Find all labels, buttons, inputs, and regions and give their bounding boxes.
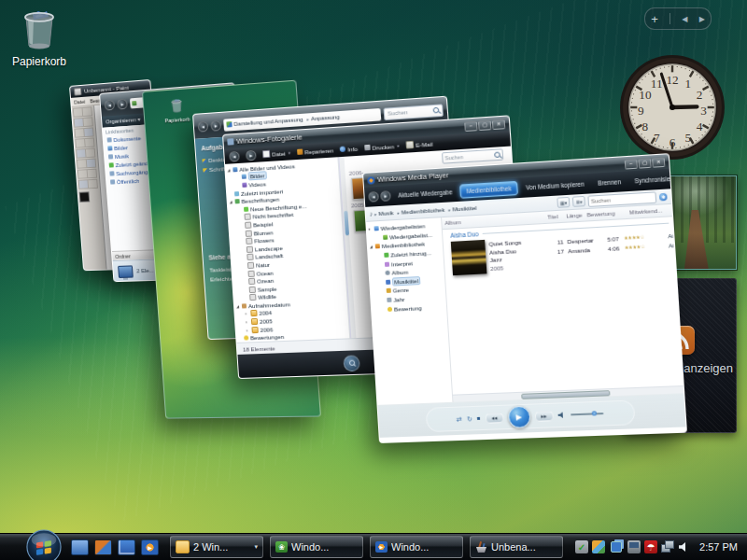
layout-options-icon[interactable]: ▦▾ [557,197,570,208]
media-player-window[interactable]: Windows Media Player – ▢ ✕ ◀ ▶ Aktuelle … [362,153,687,443]
tab[interactable]: Aktuelle Wiedergabe [392,186,458,202]
window-title: Windows-Fotogalerie [236,133,303,146]
next-button[interactable]: ▶▶ [534,410,553,421]
tree-item-icon [386,280,390,285]
forward-button[interactable]: ▶ [117,98,128,109]
toolbar-button[interactable]: E-Mail [405,139,432,148]
svg-text:5: 5 [684,131,691,145]
tab[interactable]: Medienbibliothek [459,181,518,199]
tree-item-icon [387,288,391,293]
zoom-button[interactable] [343,355,360,371]
tree-item-icon [245,221,251,228]
start-button[interactable] [26,529,62,560]
search-box[interactable]: Suchen [383,104,443,120]
quick-launch-icon[interactable] [141,539,159,555]
tree-item-icon [242,175,247,179]
shuffle-icon[interactable]: ⇄ [457,415,462,422]
previous-button[interactable]: ◀◀ [485,412,503,423]
album-art[interactable] [451,240,487,275]
stop-button[interactable]: ■ [477,415,481,421]
tab[interactable]: Von Medium kopieren [519,177,590,194]
details-text: 2 Ele... [136,268,154,274]
maximize-button[interactable]: ▢ [638,158,651,168]
forward-button[interactable]: ▶ [210,119,221,131]
organize-button[interactable]: Organisieren ▾ [106,117,141,125]
play-button[interactable]: ▶ [507,405,530,427]
menu-item[interactable]: Datei [74,98,86,105]
breadcrumb-item[interactable]: Musik [378,209,394,217]
mute-icon[interactable] [557,412,566,418]
forward-button[interactable]: ▶ [380,190,391,202]
breadcrumb-item[interactable]: Darstellung und Anpassung [233,117,303,127]
view-options-icon[interactable]: ≣▾ [572,196,585,207]
svg-text:7: 7 [654,131,660,145]
clock-gadget[interactable]: 1212 345 678 91011 [619,54,726,164]
tree-item-icon [384,253,388,258]
quick-launch-icon[interactable] [94,539,112,555]
tray-icon[interactable] [575,540,588,553]
color-swatch[interactable] [79,191,91,203]
forward-button[interactable]: ▶ [246,149,257,161]
volume-slider[interactable] [571,413,603,415]
album-year: 2005 [490,263,523,273]
task-icon [203,168,207,173]
breadcrumb-item[interactable]: Medienbibliothek [395,206,444,216]
next-page-button[interactable]: ▶ [699,15,705,23]
column-header[interactable]: Mitwirkend... [627,207,669,216]
toolbar-button[interactable]: Reparieren [297,147,334,156]
column-header[interactable]: Länge [557,212,582,219]
tree-item-icon [246,238,252,245]
tree-item-icon [249,286,256,292]
control-panel-icon [226,121,232,127]
tray-icon[interactable] [679,541,690,553]
tree-item-icon [251,318,258,325]
taskbar-window-button[interactable]: Unbena... ▾ [470,536,563,558]
taskbar-window-button[interactable]: 2 Win... ▾ [170,536,263,558]
toolbar-button[interactable]: Info [340,145,358,152]
rating-stars[interactable]: ★★★★☆ [619,232,666,241]
search-input[interactable] [587,191,656,207]
music-note-icon: ♪ [369,210,376,217]
tab[interactable]: Brennen [592,175,627,190]
toolbar-button[interactable]: Drucken [364,142,400,151]
back-button[interactable]: ◀ [229,150,240,161]
recycle-bin[interactable]: Papierkorb [11,6,67,68]
tray-icon[interactable] [592,540,605,553]
breadcrumb-item[interactable]: Musiktitel [446,204,477,213]
search-placeholder: Suchen [444,154,463,161]
quick-launch-icon[interactable] [118,539,135,555]
tray-icon[interactable] [627,540,641,553]
taskbar-window-button[interactable]: Windo... ▾ [270,536,363,558]
group-dropdown-chevron[interactable]: ▾ [254,543,258,551]
back-button[interactable]: ◀ [198,120,209,132]
close-button[interactable]: ✕ [492,119,506,129]
blue-asterisk-icon[interactable]: ✱ [659,192,668,201]
tray-icon[interactable] [644,540,657,553]
quick-launch-icon[interactable] [71,539,89,555]
analog-clock-icon: 1212 345 678 91011 [619,54,726,161]
back-button[interactable]: ◀ [104,99,115,110]
previous-page-button[interactable]: ◀ [682,15,687,23]
back-button[interactable]: ◀ [368,191,379,203]
column-header[interactable]: Bewertung [582,210,627,218]
toolbar-button[interactable]: Datei [262,148,290,158]
album-block[interactable]: Quiet Songs Aisha Duo Jazz 2005 [451,236,559,394]
maximize-button[interactable]: ▢ [478,119,491,130]
tray-icon[interactable] [611,541,622,553]
minimize-button[interactable]: – [464,120,477,131]
taskbar-clock[interactable]: 2:57 PM [699,541,738,553]
minimize-button[interactable]: – [625,159,638,169]
rating-stars[interactable]: ★★★★☆ [619,243,666,251]
repeat-icon[interactable]: ↻ [467,415,472,422]
tree-item-icon [247,262,254,269]
add-gadget-button[interactable]: + [651,13,658,25]
tree-item-icon [233,167,237,172]
window-title: Windows Media Player [377,171,449,184]
tray-icon[interactable] [661,540,674,553]
close-button[interactable]: ✕ [652,157,665,167]
paint-app-icon [74,88,81,96]
column-header[interactable]: Titel [547,214,558,220]
gallery-tree: Alle Bilder und Videos Bilder Videos Zul… [225,157,350,343]
taskbar-window-button[interactable]: Windo... ▾ [370,536,463,558]
breadcrumb-item[interactable]: Anpassung [304,114,340,122]
